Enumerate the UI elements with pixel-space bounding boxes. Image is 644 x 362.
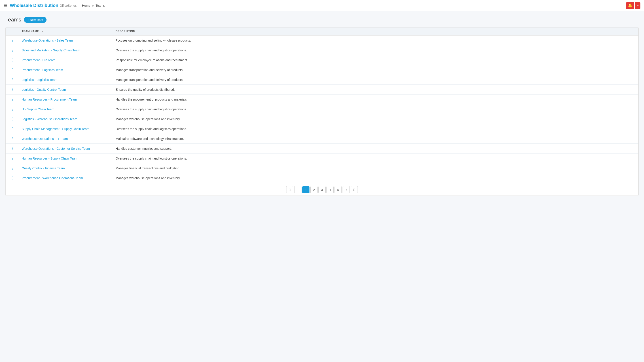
row-description-cell: Manages transportation and delivery of p… — [113, 75, 638, 85]
description-text: Manages warehouse operations and invento… — [116, 117, 180, 121]
table-row: ⋮Procurement - HR TeamResponsible for em… — [6, 55, 638, 65]
menu-icon[interactable]: ☰ — [4, 3, 7, 8]
description-text: Handles customer inquiries and support. — [116, 147, 172, 150]
team-name-link[interactable]: Sales and Marketing - Supply Chain Team — [22, 48, 80, 52]
row-actions-cell: ⋮ — [6, 35, 19, 45]
table-row: ⋮Quality Control - Finance TeamManages f… — [6, 163, 638, 173]
row-actions-cell: ⋮ — [6, 45, 19, 55]
filter-icon[interactable]: ▼ — [41, 30, 44, 33]
row-context-menu-icon[interactable]: ⋮ — [10, 156, 14, 160]
row-team-name-cell: Sales and Marketing - Supply Chain Team — [19, 45, 113, 55]
col-header-team-name: TEAM NAME ▼ — [19, 27, 113, 35]
pagination-last-button[interactable]: ⟩⟩ — [350, 186, 358, 193]
pagination-page-2-button[interactable]: 2 — [310, 186, 318, 193]
team-name-link[interactable]: Human Resources - Procurement Team — [22, 98, 77, 101]
team-name-link[interactable]: Procurement - HR Team — [22, 58, 56, 62]
row-description-cell: Maintains software and technology infras… — [113, 134, 638, 144]
row-actions-cell: ⋮ — [6, 75, 19, 85]
description-text: Responsible for employee relations and r… — [116, 58, 188, 62]
breadcrumb-home[interactable]: Home — [82, 4, 90, 7]
notification-button[interactable]: 🔔 — [626, 2, 634, 9]
description-text: Manages warehouse operations and invento… — [116, 176, 180, 180]
table-row: ⋮Warehouse Operations - Customer Service… — [6, 144, 638, 153]
row-description-cell: Oversees the supply chain and logistics … — [113, 104, 638, 114]
team-name-link[interactable]: Logistics - Warehouse Operations Team — [22, 117, 77, 121]
team-name-link[interactable]: Logistics - Quality Control Team — [22, 88, 66, 91]
description-text: Focuses on promoting and selling wholesa… — [116, 39, 191, 42]
description-text: Oversees the supply chain and logistics … — [116, 48, 187, 52]
row-team-name-cell: Quality Control - Finance Team — [19, 163, 113, 173]
team-name-link[interactable]: Human Resources - Supply Chain Team — [22, 157, 78, 160]
description-text: Oversees the supply chain and logistics … — [116, 157, 187, 160]
description-text: Ensures the quality of products distribu… — [116, 88, 175, 91]
row-context-menu-icon[interactable]: ⋮ — [10, 137, 14, 141]
team-name-link[interactable]: Warehouse Operations - Customer Service … — [22, 147, 90, 150]
table-row: ⋮Logistics - Quality Control TeamEnsures… — [6, 85, 638, 94]
row-team-name-cell: Warehouse Operations - Customer Service … — [19, 144, 113, 153]
row-context-menu-icon[interactable]: ⋮ — [10, 87, 14, 92]
row-context-menu-icon[interactable]: ⋮ — [10, 107, 14, 111]
row-context-menu-icon[interactable]: ⋮ — [10, 166, 14, 170]
pagination-page-5-button[interactable]: 5 — [334, 186, 342, 193]
row-actions-cell: ⋮ — [6, 144, 19, 153]
row-team-name-cell: Human Resources - Procurement Team — [19, 94, 113, 104]
pagination-page-3-button[interactable]: 3 — [318, 186, 326, 193]
pagination-page-4-button[interactable]: 4 — [326, 186, 334, 193]
row-context-menu-icon[interactable]: ⋮ — [10, 38, 14, 42]
row-team-name-cell: IT - Supply Chain Team — [19, 104, 113, 114]
row-description-cell: Handles the procurement of products and … — [113, 94, 638, 104]
row-description-cell: Ensures the quality of products distribu… — [113, 85, 638, 94]
pagination-prev-button[interactable]: ⟨ — [294, 186, 302, 193]
team-name-link[interactable]: Procurement - Logistics Team — [22, 68, 63, 72]
description-text: Handles the procurement of products and … — [116, 98, 188, 101]
row-description-cell: Handles customer inquiries and support. — [113, 144, 638, 153]
breadcrumb-current: Teams — [96, 4, 105, 7]
pagination-first-button[interactable]: ⟨⟨ — [286, 186, 294, 193]
page-title: Teams — [5, 16, 21, 23]
row-actions-cell: ⋮ — [6, 163, 19, 173]
row-actions-cell: ⋮ — [6, 114, 19, 124]
header-dropdown-button[interactable]: ▾ — [635, 2, 640, 9]
row-context-menu-icon[interactable]: ⋮ — [10, 77, 14, 82]
team-name-link[interactable]: Logistics - Logistics Team — [22, 78, 57, 81]
pagination-page-1-button[interactable]: 1 — [302, 186, 310, 193]
new-team-button[interactable]: + New team — [24, 17, 47, 23]
row-context-menu-icon[interactable]: ⋮ — [10, 48, 14, 52]
row-description-cell: Responsible for employee relations and r… — [113, 55, 638, 65]
pagination-next-button[interactable]: ⟩ — [342, 186, 350, 193]
table-row: ⋮Logistics - Warehouse Operations TeamMa… — [6, 114, 638, 124]
row-context-menu-icon[interactable]: ⋮ — [10, 97, 14, 101]
header-actions: 🔔 ▾ — [626, 2, 640, 9]
row-team-name-cell: Logistics - Logistics Team — [19, 75, 113, 85]
row-team-name-cell: Warehouse Operations - Sales Team — [19, 35, 113, 45]
row-actions-cell: ⋮ — [6, 65, 19, 75]
row-context-menu-icon[interactable]: ⋮ — [10, 58, 14, 62]
team-name-link[interactable]: Warehouse Operations - Sales Team — [22, 39, 73, 42]
team-name-link[interactable]: Warehouse Operations - IT Team — [22, 137, 68, 141]
row-description-cell: Oversees the supply chain and logistics … — [113, 45, 638, 55]
team-name-link[interactable]: Procurement - Warehouse Operations Team — [22, 176, 83, 180]
row-actions-cell: ⋮ — [6, 134, 19, 144]
table-row: ⋮Human Resources - Supply Chain TeamOver… — [6, 153, 638, 163]
row-context-menu-icon[interactable]: ⋮ — [10, 127, 14, 131]
row-context-menu-icon[interactable]: ⋮ — [10, 146, 14, 151]
row-context-menu-icon[interactable]: ⋮ — [10, 68, 14, 72]
row-context-menu-icon[interactable]: ⋮ — [10, 176, 14, 180]
row-context-menu-icon[interactable]: ⋮ — [10, 117, 14, 121]
description-text: Oversees the supply chain and logistics … — [116, 107, 187, 111]
breadcrumb: Home » Teams — [82, 4, 626, 7]
team-name-link[interactable]: Supply Chain Management - Supply Chain T… — [22, 127, 89, 131]
table-row: ⋮Warehouse Operations - IT TeamMaintains… — [6, 134, 638, 144]
team-name-link[interactable]: IT - Supply Chain Team — [22, 107, 54, 111]
table-row: ⋮Human Resources - Procurement TeamHandl… — [6, 94, 638, 104]
main-content: Teams + New team TEAM NAME ▼ DESCRIPTION… — [0, 11, 644, 201]
app-name: Wholesale Distribution — [10, 3, 58, 8]
col-header-actions — [6, 27, 19, 35]
description-text: Manages transportation and delivery of p… — [116, 78, 184, 81]
row-actions-cell: ⋮ — [6, 153, 19, 163]
table-row: ⋮Sales and Marketing - Supply Chain Team… — [6, 45, 638, 55]
team-name-link[interactable]: Quality Control - Finance Team — [22, 166, 65, 170]
suite-name: OfficeSeries — [60, 4, 77, 7]
description-text: Manages transportation and delivery of p… — [116, 68, 184, 72]
row-actions-cell: ⋮ — [6, 173, 19, 183]
